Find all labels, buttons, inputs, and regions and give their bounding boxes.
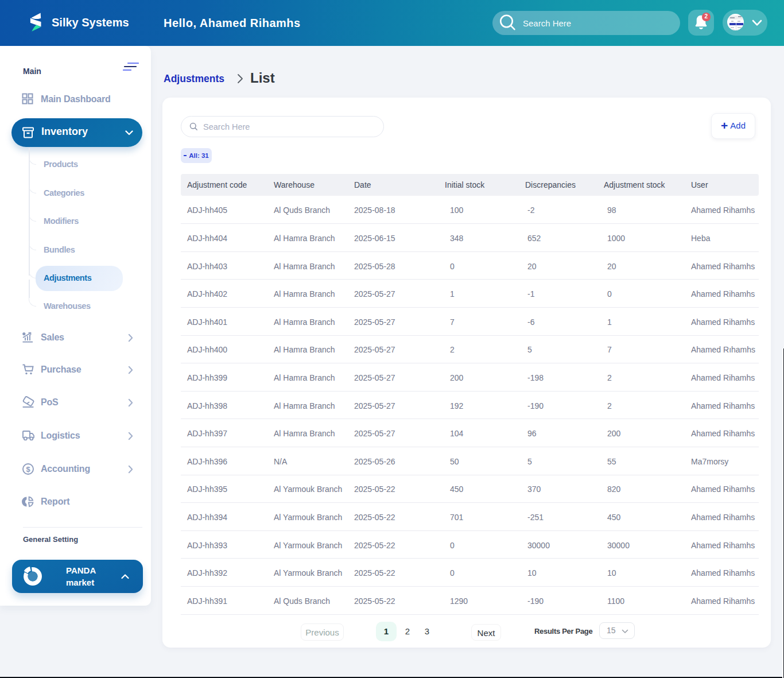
svg-text:$: $ <box>26 465 30 474</box>
